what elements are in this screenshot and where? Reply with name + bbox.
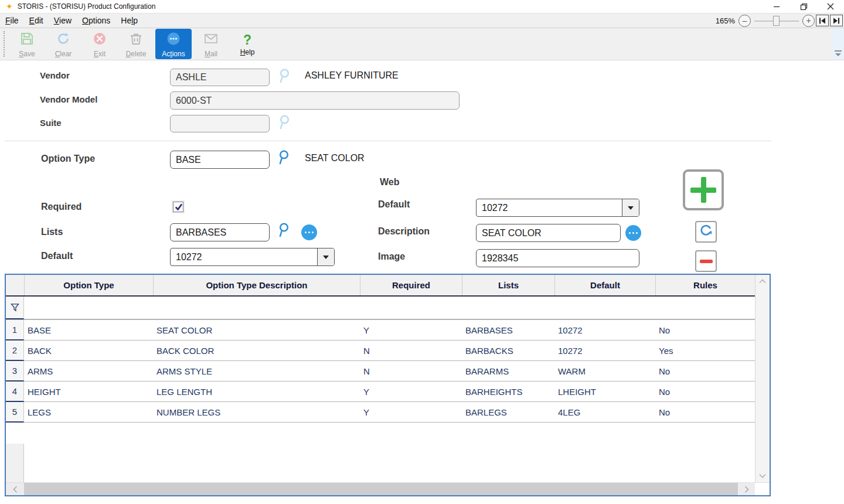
description-more-button[interactable] (625, 225, 641, 241)
col-header-rules[interactable]: Rules (655, 275, 755, 295)
clear-button[interactable]: Clear (45, 28, 81, 60)
cell-required[interactable]: N (360, 361, 462, 382)
table-row[interactable]: 2 BACK BACK COLOR N BARBACKS 10272 Yes (6, 340, 770, 361)
cell-option-type[interactable]: BASE (24, 320, 153, 340)
filter-cell[interactable] (462, 297, 554, 319)
vendor-input[interactable] (170, 69, 270, 86)
zoom-slider-thumb[interactable] (773, 16, 780, 26)
restore-button[interactable] (790, 0, 817, 13)
cell-lists[interactable]: BARLEGS (462, 402, 554, 423)
cell-default[interactable]: WARM (554, 361, 655, 382)
menu-help[interactable]: Help (115, 13, 143, 28)
cell-rules[interactable]: No (655, 361, 755, 382)
table-row[interactable]: 3 ARMS ARMS STYLE N BARARMS WARM No (6, 361, 770, 382)
default-combobox[interactable]: 10272 (170, 248, 335, 266)
vendor-model-input[interactable] (170, 91, 460, 110)
image-input[interactable] (476, 249, 639, 267)
help-button[interactable]: ? Help (229, 28, 266, 60)
horizontal-scrollbar-track[interactable] (24, 483, 738, 495)
cell-description[interactable]: BACK COLOR (153, 340, 360, 361)
table-row[interactable]: 5 LEGS NUMBER LEGS Y BARLEGS 4LEG No (6, 402, 770, 423)
cell-lists[interactable]: BARBASES (462, 320, 554, 340)
col-header-option-type-description[interactable]: Option Type Description (153, 275, 360, 295)
cell-default[interactable]: 4LEG (554, 402, 655, 423)
cell-required[interactable]: Y (360, 320, 462, 340)
save-button[interactable]: Save (9, 28, 45, 60)
cell-lists[interactable]: BARARMS (462, 361, 554, 382)
web-default-combobox[interactable]: 10272 (476, 199, 639, 217)
exit-button[interactable]: Exit (81, 28, 118, 60)
scroll-left-icon[interactable] (6, 483, 24, 495)
cell-option-type[interactable]: BACK (24, 340, 153, 361)
required-label: Required (41, 202, 81, 212)
toolbar-grip[interactable] (4, 31, 8, 57)
horizontal-scrollbar[interactable] (6, 482, 770, 495)
toolbar-overflow-icon[interactable] (835, 50, 842, 56)
cell-rules[interactable]: No (655, 320, 755, 340)
close-button[interactable] (817, 0, 844, 13)
actions-button[interactable]: Actions (155, 29, 192, 59)
option-type-input[interactable] (170, 151, 270, 169)
default-dropdown-icon[interactable] (317, 248, 334, 265)
lists-more-button[interactable] (301, 224, 317, 240)
vendor-search-icon[interactable] (277, 68, 291, 86)
last-record-button[interactable] (830, 15, 843, 26)
cell-lists[interactable]: BARBACKS (462, 340, 554, 361)
menu-file[interactable]: File (0, 13, 24, 28)
table-row[interactable]: 4 HEIGHT LEG LENGTH Y BARHEIGHTS LHEIGHT… (6, 382, 770, 402)
description-input[interactable] (476, 224, 621, 242)
filter-cell[interactable] (554, 297, 655, 319)
lists-input[interactable] (170, 223, 270, 241)
zoom-out-button[interactable]: – (738, 15, 751, 27)
cell-default[interactable]: LHEIGHT (554, 382, 655, 402)
cell-default[interactable]: 10272 (554, 320, 655, 340)
menu-options[interactable]: Options (77, 13, 115, 28)
cell-description[interactable]: NUMBER LEGS (153, 402, 360, 423)
lists-search-icon[interactable] (276, 222, 290, 240)
cell-lists[interactable]: BARHEIGHTS (462, 382, 554, 402)
cell-rules[interactable]: No (655, 382, 755, 402)
delete-button[interactable]: Delete (118, 28, 154, 60)
filter-cell[interactable] (153, 297, 360, 319)
scroll-right-icon[interactable] (738, 483, 755, 495)
suite-input[interactable] (170, 115, 270, 132)
cell-default[interactable]: 10272 (554, 340, 655, 361)
option-type-search-icon[interactable] (276, 149, 290, 167)
cell-required[interactable]: Y (360, 402, 462, 423)
scroll-down-icon[interactable] (755, 469, 770, 482)
cell-option-type[interactable]: LEGS (24, 402, 153, 423)
web-default-dropdown-icon[interactable] (622, 199, 639, 216)
cell-option-type[interactable]: HEIGHT (24, 382, 153, 402)
cell-description[interactable]: LEG LENGTH (153, 382, 360, 402)
cell-required[interactable]: N (360, 340, 462, 361)
minimize-button[interactable] (763, 0, 790, 13)
col-header-lists[interactable]: Lists (462, 275, 554, 295)
zoom-slider[interactable] (754, 15, 799, 27)
zoom-in-button[interactable]: + (802, 15, 815, 27)
required-checkbox[interactable] (173, 202, 183, 212)
cell-description[interactable]: ARMS STYLE (153, 361, 360, 382)
menu-view[interactable]: View (49, 13, 77, 28)
filter-cell[interactable] (655, 297, 755, 319)
mail-button[interactable]: Mail (193, 28, 229, 60)
remove-row-button[interactable] (695, 250, 717, 272)
col-header-default[interactable]: Default (554, 275, 655, 295)
cell-option-type[interactable]: ARMS (24, 361, 153, 382)
table-row[interactable]: 1 BASE SEAT COLOR Y BARBASES 10272 No (6, 320, 770, 340)
refresh-button[interactable] (695, 221, 717, 243)
scroll-up-icon[interactable] (755, 275, 770, 288)
cell-rules[interactable]: No (655, 402, 755, 423)
suite-search-icon[interactable] (277, 114, 291, 132)
col-header-required[interactable]: Required (360, 275, 462, 295)
cell-required[interactable]: Y (360, 382, 462, 402)
menu-edit[interactable]: Edit (24, 13, 49, 28)
filter-icon[interactable] (6, 297, 24, 319)
col-header-option-type[interactable]: Option Type (24, 275, 153, 295)
filter-cell[interactable] (24, 297, 153, 319)
add-row-button[interactable] (683, 169, 724, 210)
cell-rules[interactable]: Yes (655, 340, 755, 361)
cell-description[interactable]: SEAT COLOR (153, 320, 360, 340)
first-record-button[interactable] (816, 15, 829, 26)
filter-cell[interactable] (360, 297, 462, 319)
vertical-scrollbar[interactable] (755, 275, 770, 482)
